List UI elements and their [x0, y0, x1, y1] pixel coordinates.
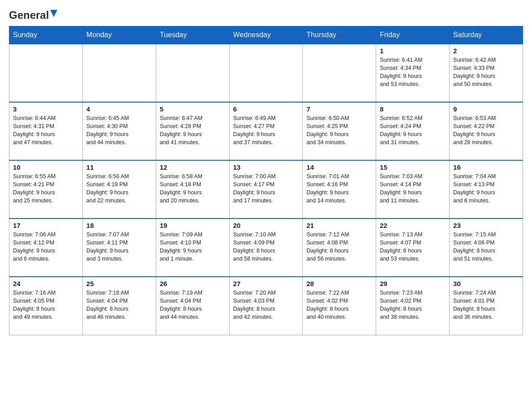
day-cell: 2Sunrise: 6:42 AM Sunset: 4:33 PM Daylig… [450, 44, 523, 102]
day-cell: 16Sunrise: 7:04 AM Sunset: 4:13 PM Dayli… [450, 160, 523, 218]
day-number: 4 [86, 105, 152, 113]
day-info: Sunrise: 7:24 AM Sunset: 4:01 PM Dayligh… [453, 289, 519, 321]
day-cell: 19Sunrise: 7:09 AM Sunset: 4:10 PM Dayli… [156, 218, 229, 277]
page-header: General [9, 9, 523, 21]
day-number: 8 [380, 105, 446, 113]
day-number: 16 [453, 163, 519, 171]
day-info: Sunrise: 7:06 AM Sunset: 4:12 PM Dayligh… [13, 231, 79, 263]
day-info: Sunrise: 7:12 AM Sunset: 4:08 PM Dayligh… [306, 231, 372, 263]
day-number: 9 [453, 105, 519, 113]
day-number: 24 [13, 280, 79, 287]
day-cell: 6Sunrise: 6:49 AM Sunset: 4:27 PM Daylig… [229, 102, 303, 160]
day-cell: 23Sunrise: 7:15 AM Sunset: 4:06 PM Dayli… [450, 218, 523, 277]
day-cell: 7Sunrise: 6:50 AM Sunset: 4:25 PM Daylig… [303, 102, 376, 160]
day-cell: 20Sunrise: 7:10 AM Sunset: 4:09 PM Dayli… [229, 218, 303, 277]
day-number: 7 [306, 105, 372, 113]
day-cell: 3Sunrise: 6:44 AM Sunset: 4:31 PM Daylig… [9, 102, 83, 160]
day-cell: 10Sunrise: 6:55 AM Sunset: 4:21 PM Dayli… [9, 160, 83, 218]
day-cell: 17Sunrise: 7:06 AM Sunset: 4:12 PM Dayli… [9, 218, 83, 277]
day-cell [303, 44, 376, 102]
day-number: 20 [233, 222, 299, 229]
day-cell: 28Sunrise: 7:22 AM Sunset: 4:02 PM Dayli… [303, 277, 376, 335]
day-number: 23 [453, 222, 519, 229]
weekday-header-sunday: Sunday [9, 26, 83, 44]
day-cell [9, 44, 83, 102]
day-info: Sunrise: 6:55 AM Sunset: 4:21 PM Dayligh… [13, 172, 79, 205]
day-cell: 9Sunrise: 6:53 AM Sunset: 4:22 PM Daylig… [450, 102, 523, 160]
day-info: Sunrise: 6:42 AM Sunset: 4:33 PM Dayligh… [453, 56, 519, 89]
day-info: Sunrise: 7:18 AM Sunset: 4:04 PM Dayligh… [86, 289, 152, 321]
day-number: 30 [453, 280, 519, 287]
day-info: Sunrise: 6:47 AM Sunset: 4:28 PM Dayligh… [160, 114, 226, 147]
day-number: 22 [380, 222, 446, 229]
day-cell: 8Sunrise: 6:52 AM Sunset: 4:24 PM Daylig… [376, 102, 450, 160]
day-info: Sunrise: 7:20 AM Sunset: 4:03 PM Dayligh… [233, 289, 299, 321]
day-number: 18 [86, 222, 152, 229]
day-info: Sunrise: 6:50 AM Sunset: 4:25 PM Dayligh… [306, 114, 372, 147]
day-number: 21 [306, 222, 372, 229]
day-info: Sunrise: 7:16 AM Sunset: 4:05 PM Dayligh… [13, 289, 79, 321]
day-cell: 15Sunrise: 7:03 AM Sunset: 4:14 PM Dayli… [376, 160, 450, 218]
day-cell: 14Sunrise: 7:01 AM Sunset: 4:16 PM Dayli… [303, 160, 376, 218]
day-cell: 12Sunrise: 6:58 AM Sunset: 4:18 PM Dayli… [156, 160, 229, 218]
day-number: 26 [160, 280, 226, 287]
day-info: Sunrise: 7:07 AM Sunset: 4:11 PM Dayligh… [86, 231, 152, 263]
day-number: 10 [13, 163, 79, 171]
day-cell [156, 44, 229, 102]
weekday-header-saturday: Saturday [450, 26, 523, 44]
day-info: Sunrise: 7:09 AM Sunset: 4:10 PM Dayligh… [160, 231, 226, 263]
day-info: Sunrise: 6:53 AM Sunset: 4:22 PM Dayligh… [453, 114, 519, 147]
day-info: Sunrise: 7:03 AM Sunset: 4:14 PM Dayligh… [380, 172, 446, 205]
week-row-4: 17Sunrise: 7:06 AM Sunset: 4:12 PM Dayli… [9, 218, 523, 277]
day-info: Sunrise: 7:19 AM Sunset: 4:04 PM Dayligh… [160, 289, 226, 321]
day-info: Sunrise: 7:00 AM Sunset: 4:17 PM Dayligh… [233, 172, 299, 205]
week-row-3: 10Sunrise: 6:55 AM Sunset: 4:21 PM Dayli… [9, 160, 523, 218]
day-info: Sunrise: 7:22 AM Sunset: 4:02 PM Dayligh… [306, 289, 372, 321]
day-cell: 21Sunrise: 7:12 AM Sunset: 4:08 PM Dayli… [303, 218, 376, 277]
day-cell: 27Sunrise: 7:20 AM Sunset: 4:03 PM Dayli… [229, 277, 303, 335]
day-number: 6 [233, 105, 299, 113]
day-cell [82, 44, 156, 102]
weekday-header-monday: Monday [82, 26, 156, 44]
day-info: Sunrise: 6:49 AM Sunset: 4:27 PM Dayligh… [233, 114, 299, 147]
day-number: 3 [13, 105, 79, 113]
day-info: Sunrise: 7:13 AM Sunset: 4:07 PM Dayligh… [380, 231, 446, 263]
calendar-table: SundayMondayTuesdayWednesdayThursdayFrid… [9, 26, 523, 335]
day-cell: 30Sunrise: 7:24 AM Sunset: 4:01 PM Dayli… [450, 277, 523, 335]
weekday-header-thursday: Thursday [303, 26, 376, 44]
day-number: 19 [160, 222, 226, 229]
day-info: Sunrise: 6:44 AM Sunset: 4:31 PM Dayligh… [13, 114, 79, 147]
week-row-5: 24Sunrise: 7:16 AM Sunset: 4:05 PM Dayli… [9, 277, 523, 335]
day-info: Sunrise: 6:58 AM Sunset: 4:18 PM Dayligh… [160, 172, 226, 205]
weekday-header-row: SundayMondayTuesdayWednesdayThursdayFrid… [9, 26, 523, 44]
day-info: Sunrise: 6:52 AM Sunset: 4:24 PM Dayligh… [380, 114, 446, 147]
day-number: 14 [306, 163, 372, 171]
logo-triangle-icon [50, 10, 57, 17]
day-info: Sunrise: 6:41 AM Sunset: 4:34 PM Dayligh… [380, 56, 446, 89]
day-info: Sunrise: 7:23 AM Sunset: 4:02 PM Dayligh… [380, 289, 446, 321]
day-number: 25 [86, 280, 152, 287]
weekday-header-friday: Friday [376, 26, 450, 44]
week-row-2: 3Sunrise: 6:44 AM Sunset: 4:31 PM Daylig… [9, 102, 523, 160]
day-number: 2 [453, 47, 519, 55]
day-cell: 1Sunrise: 6:41 AM Sunset: 4:34 PM Daylig… [376, 44, 450, 102]
logo: General [9, 9, 57, 21]
day-cell: 11Sunrise: 6:56 AM Sunset: 4:19 PM Dayli… [82, 160, 156, 218]
day-info: Sunrise: 6:45 AM Sunset: 4:30 PM Dayligh… [86, 114, 152, 147]
day-number: 15 [380, 163, 446, 171]
day-number: 28 [306, 280, 372, 287]
day-number: 12 [160, 163, 226, 171]
day-info: Sunrise: 7:01 AM Sunset: 4:16 PM Dayligh… [306, 172, 372, 205]
day-cell: 5Sunrise: 6:47 AM Sunset: 4:28 PM Daylig… [156, 102, 229, 160]
day-cell: 25Sunrise: 7:18 AM Sunset: 4:04 PM Dayli… [82, 277, 156, 335]
day-number: 1 [380, 47, 446, 55]
day-cell: 13Sunrise: 7:00 AM Sunset: 4:17 PM Dayli… [229, 160, 303, 218]
day-cell: 18Sunrise: 7:07 AM Sunset: 4:11 PM Dayli… [82, 218, 156, 277]
day-number: 5 [160, 105, 226, 113]
day-cell: 29Sunrise: 7:23 AM Sunset: 4:02 PM Dayli… [376, 277, 450, 335]
day-info: Sunrise: 7:04 AM Sunset: 4:13 PM Dayligh… [453, 172, 519, 205]
day-number: 29 [380, 280, 446, 287]
day-number: 11 [86, 163, 152, 171]
day-number: 13 [233, 163, 299, 171]
day-cell [229, 44, 303, 102]
